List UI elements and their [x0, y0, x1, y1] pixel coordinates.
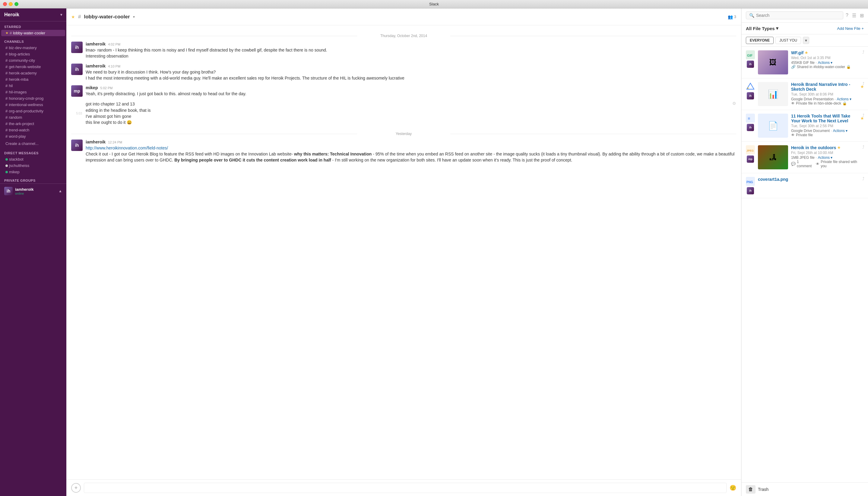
message-link[interactable]: http://www.heroikinnovation.com/field-no…	[86, 145, 736, 151]
file-actions-button[interactable]: Actions ▾	[837, 97, 851, 101]
chat-input-bar: + 🙂	[66, 479, 741, 496]
sidebar-item-slackbot[interactable]: slackbot	[1, 156, 65, 162]
sidebar-item-org-and-productivity[interactable]: #org-and-productivity	[1, 108, 65, 114]
uploader-avatar: ih	[747, 124, 754, 131]
file-info: Heroik Brand Narrative Intro - Sketch De…	[791, 82, 864, 106]
dropdown-arrow-icon: ▾	[776, 26, 778, 31]
file-date: Fri, Sept 26th at 10:00 AM	[791, 151, 864, 155]
sidebar-item-random[interactable]: #random	[1, 114, 65, 121]
sidebar-item-blog-articles[interactable]: #blog-articles	[1, 51, 65, 57]
sidebar-item-the-ark-project[interactable]: #the-ark-project	[1, 121, 65, 127]
sidebar-item-intentional-wellness[interactable]: #intentional-wellness	[1, 102, 65, 108]
file-actions-button[interactable]: Actions ▾	[833, 129, 848, 133]
message-text: lmao- random - I keep thinking this room…	[86, 47, 736, 53]
svg-text:PNG: PNG	[746, 181, 753, 184]
sidebar-item-hil-images[interactable]: #hil-images	[1, 89, 65, 95]
add-attachment-button[interactable]: +	[71, 483, 81, 493]
filter-everyone-button[interactable]: EVERYONE	[746, 37, 774, 44]
file-actions-button[interactable]: Actions ▾	[818, 155, 833, 160]
expand-icon[interactable]: ⊞	[860, 13, 864, 18]
add-new-file-button[interactable]: Add New File +	[837, 26, 864, 31]
search-input[interactable]	[756, 13, 840, 18]
sidebar-item-heroik-academy[interactable]: #heroik-academy	[1, 70, 65, 76]
message-time: 5:03	[71, 101, 84, 125]
file-info: Heroik in the outdoors ★ Fri, Sept 26th …	[791, 145, 864, 168]
chat-messages: Thursday, October 2nd, 2014 ih iamheroik…	[66, 25, 741, 479]
channel-star-icon[interactable]: ★	[71, 14, 75, 19]
workspace-chevron-icon[interactable]: ▾	[60, 13, 62, 17]
google-doc-icon: ≡	[746, 113, 755, 123]
png-icon: PNG	[746, 177, 755, 186]
sidebar-item-lobby-water-cooler[interactable]: ★ # lobby-water-cooler	[1, 30, 65, 36]
traffic-lights	[3, 2, 18, 6]
svg-rect-4	[746, 113, 755, 123]
avatar: ih	[71, 64, 83, 75]
avatar: ih	[71, 42, 83, 53]
file-name[interactable]: WF.gif ★	[791, 50, 864, 55]
help-icon[interactable]: ?	[846, 13, 848, 18]
list-icon[interactable]: ☰	[852, 13, 856, 18]
message-group: ih iamheroik 12:24 PM http://www.heroiki…	[71, 140, 736, 163]
file-star-icon[interactable]: ★	[805, 51, 808, 55]
zoom-button[interactable]	[14, 2, 18, 6]
file-shared: 💬 1 comment 👁 Private file shared with y…	[791, 160, 864, 168]
emoji-icon[interactable]: 🙂	[730, 484, 736, 491]
sidebar-item-community-city[interactable]: #community-city	[1, 57, 65, 64]
sidebar-item-hil[interactable]: #hil	[1, 82, 65, 89]
message-author: mikep	[86, 85, 98, 90]
sidebar-header[interactable]: Heroik ▾	[0, 9, 66, 21]
gear-icon[interactable]: ⚙	[732, 101, 736, 106]
file-share-icon[interactable]: ⤴	[862, 81, 864, 86]
filter-just-you-button[interactable]: JUST YOU	[775, 37, 801, 44]
sidebar-item-mikep[interactable]: mikep	[1, 169, 65, 175]
status-indicator	[5, 171, 8, 173]
google-drive-icon: ▲	[746, 82, 755, 91]
file-share-icon[interactable]: ⤴	[862, 50, 864, 55]
avatar: ih	[71, 140, 83, 151]
file-item: GIF ih 🖼 WF.gif ★ Wed, Oct 1st at 3:35 P…	[742, 47, 868, 78]
member-count: 👥 3	[728, 14, 736, 19]
dm-label: DIRECT MESSAGES	[0, 148, 66, 156]
svg-text:GIF: GIF	[747, 53, 753, 57]
file-type-dropdown[interactable]: All File Types ▾	[746, 26, 778, 31]
right-panel: 🔍 ? ☰ ⊞ All File Types ▾ Add New File + …	[741, 9, 868, 496]
message-body: iamheroik 4:10 PM We need to bury it in …	[86, 64, 736, 81]
chat-input[interactable]	[84, 483, 727, 493]
create-channel-link[interactable]: Create a channel...	[1, 140, 65, 147]
file-name[interactable]: Heroik Brand Narrative Intro - Sketch De…	[791, 82, 864, 92]
file-name[interactable]: Heroik in the outdoors ★	[791, 145, 864, 150]
sidebar-item-biz-dev-mastery[interactable]: #biz-dev-mastery	[1, 45, 65, 51]
file-name[interactable]: 11 Heroik Tools that Will Take Your Work…	[791, 113, 864, 123]
expand-icon[interactable]: ▲	[59, 189, 62, 193]
search-box[interactable]: 🔍	[746, 12, 843, 19]
channel-dropdown-icon[interactable]: ▾	[133, 15, 135, 19]
message-text: We need to bury it in discussion I think…	[86, 69, 736, 75]
chat-area: ★ # lobby-water-cooler ▾ 👥 3 Thursday, O…	[66, 9, 741, 496]
user-status-bar[interactable]: ih iamheroik online ▲	[0, 184, 66, 198]
trash-section[interactable]: 🗑 Trash	[742, 482, 868, 496]
filter-more-button[interactable]: ▾	[803, 37, 809, 44]
sidebar-item-honorary-cmdr-prog[interactable]: #honorary-cmdr-prog	[1, 95, 65, 102]
close-button[interactable]	[3, 2, 7, 6]
sidebar-item-get-heroik-website[interactable]: #get-heroik-website	[1, 64, 65, 70]
sidebar-item-trend-watch[interactable]: #trend-watch	[1, 127, 65, 133]
sidebar-item-word-play[interactable]: #word-play	[1, 133, 65, 140]
filter-bar: EVERYONE JUST YOU ▾	[742, 34, 868, 47]
file-share-icon[interactable]: ⤴	[862, 176, 864, 181]
message-text: Yeah, it's pretty distracting. I just go…	[86, 91, 736, 97]
message-text: I've almost got him gone	[86, 113, 736, 119]
message-meta: iamheroik 4:02 PM	[86, 42, 736, 46]
file-star-icon[interactable]: ★	[837, 145, 840, 150]
star-icon[interactable]: ☆	[86, 101, 89, 105]
file-actions-button[interactable]: Actions ▾	[818, 61, 833, 65]
sidebar-item-jschultheiss[interactable]: jschultheiss	[1, 162, 65, 169]
file-share-icon[interactable]: ⤴	[862, 145, 864, 150]
channel-name: lobby-water-cooler	[84, 14, 130, 20]
file-share-icon[interactable]: ⤴	[862, 113, 864, 118]
minimize-button[interactable]	[9, 2, 13, 6]
message-meta: iamheroik 12:24 PM	[86, 140, 736, 144]
message-meta: mikep 5:02 PM	[86, 85, 736, 90]
sidebar-item-heroik-mba[interactable]: #heroik-mba	[1, 76, 65, 82]
file-name[interactable]: coverart1a.png	[758, 177, 864, 182]
file-date: Tue, Sept 30th at 2:56 PM	[791, 124, 864, 128]
